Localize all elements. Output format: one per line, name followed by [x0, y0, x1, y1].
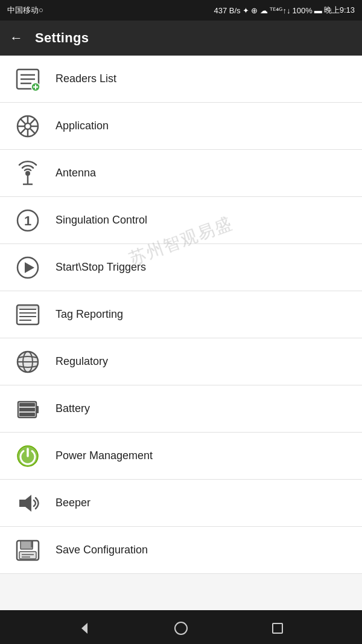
menu-item-battery[interactable]: Battery: [0, 385, 362, 433]
battery-label: Battery: [56, 402, 90, 415]
recents-square-icon: [272, 623, 283, 634]
svg-rect-35: [36, 406, 39, 413]
nav-recents-button[interactable]: [262, 613, 293, 643]
singulation-icon: 1: [10, 202, 46, 239]
svg-marker-49: [81, 623, 87, 634]
application-icon: [10, 108, 46, 144]
home-circle-icon: [174, 622, 188, 635]
back-icon: ←: [10, 30, 23, 46]
beeper-icon: [10, 485, 46, 521]
save-config-icon: [10, 532, 46, 568]
singulation-label: Singulation Control: [56, 214, 147, 227]
header: ← Settings: [0, 21, 362, 56]
carrier-text: 中国移动○: [7, 5, 43, 16]
svg-text:1: 1: [24, 213, 31, 228]
page-title: Settings: [35, 30, 89, 46]
status-right: 437 B/s ✦ ⊕ ☁ ᵀᴱ⁴ᴳ↑↓ 100% ▬ 晚上9:13: [214, 5, 355, 16]
svg-line-16: [20, 129, 25, 134]
menu-item-power-management[interactable]: Power Management: [0, 433, 362, 480]
power-management-label: Power Management: [56, 449, 153, 462]
svg-point-8: [25, 123, 31, 129]
icons-text: ✦ ⊕ ☁ ᵀᴱ⁴ᴳ↑↓: [243, 6, 291, 15]
beeper-label: Beeper: [56, 497, 91, 509]
status-bar: 中国移动○ 437 B/s ✦ ⊕ ☁ ᵀᴱ⁴ᴳ↑↓ 100% ▬ 晚上9:13: [0, 0, 362, 21]
battery-icon-menu: [10, 391, 46, 427]
antenna-icon: [10, 155, 46, 192]
nav-back-button[interactable]: [69, 613, 100, 643]
menu-item-beeper[interactable]: Beeper: [0, 480, 362, 527]
readers-list-icon: [10, 61, 46, 97]
svg-rect-37: [19, 413, 35, 416]
readers-list-label: Readers List: [56, 72, 116, 85]
nav-home-button[interactable]: [166, 613, 196, 643]
regulatory-icon: [10, 344, 46, 380]
regulatory-label: Regulatory: [56, 355, 108, 368]
save-configuration-label: Save Configuration: [56, 544, 148, 556]
menu-item-application[interactable]: Application: [0, 103, 362, 150]
svg-rect-44: [31, 541, 33, 547]
time-text: 晚上9:13: [324, 5, 355, 16]
svg-rect-29: [17, 305, 39, 309]
menu-item-regulatory[interactable]: Regulatory: [0, 338, 362, 385]
triggers-icon: [10, 250, 46, 286]
svg-line-15: [30, 118, 35, 123]
menu-item-tag-reporting[interactable]: Tag Reporting: [0, 291, 362, 338]
battery-icon: ▬: [314, 6, 322, 15]
battery-text: 100%: [292, 6, 312, 15]
triggers-label: Start\Stop Triggers: [56, 261, 146, 274]
tag-reporting-icon: [10, 297, 46, 333]
menu-item-triggers[interactable]: Start\Stop Triggers: [0, 244, 362, 291]
svg-rect-38: [19, 408, 35, 411]
application-label: Application: [56, 120, 109, 132]
svg-marker-23: [25, 262, 34, 273]
back-button[interactable]: ←: [10, 30, 23, 46]
power-management-icon: [10, 438, 46, 474]
menu-item-save-configuration[interactable]: Save Configuration: [0, 527, 362, 574]
menu-footer: [0, 574, 362, 610]
speed-text: 437 B/s: [214, 6, 241, 15]
svg-line-13: [20, 118, 25, 123]
nav-bar: [0, 610, 362, 644]
menu-item-singulation[interactable]: 1 Singulation Control: [0, 197, 362, 244]
menu-item-readers-list[interactable]: Readers List: [0, 56, 362, 103]
antenna-label: Antenna: [56, 167, 96, 179]
menu-list: Readers List Application: [0, 56, 362, 574]
svg-rect-45: [19, 552, 36, 559]
svg-rect-39: [19, 403, 35, 407]
menu-item-antenna[interactable]: Antenna: [0, 150, 362, 197]
svg-line-14: [30, 129, 35, 134]
tag-reporting-label: Tag Reporting: [56, 308, 123, 321]
